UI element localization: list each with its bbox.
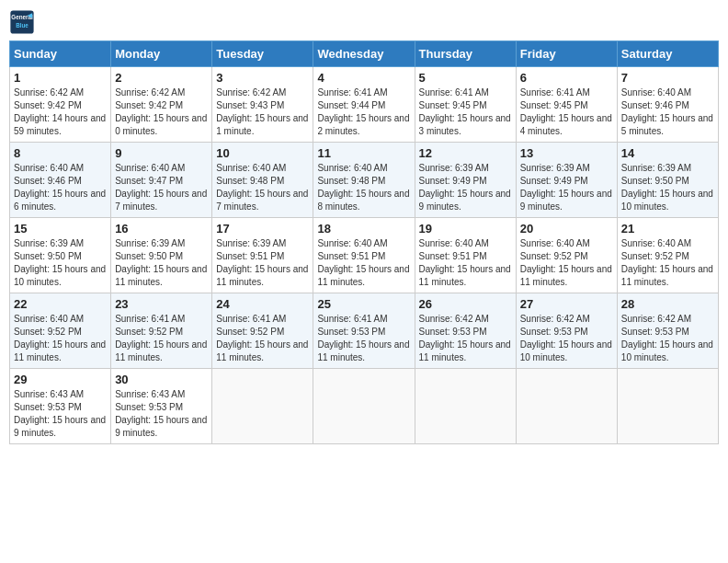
calendar-cell: 14 Sunrise: 6:39 AM Sunset: 9:50 PM Dayl…: [617, 143, 718, 218]
calendar-week-row: 8 Sunrise: 6:40 AM Sunset: 9:46 PM Dayli…: [10, 143, 719, 218]
calendar-cell: 21 Sunrise: 6:40 AM Sunset: 9:52 PM Dayl…: [617, 218, 718, 293]
cell-info: Sunrise: 6:39 AM Sunset: 9:49 PM Dayligh…: [419, 162, 512, 213]
calendar-cell: 7 Sunrise: 6:40 AM Sunset: 9:46 PM Dayli…: [617, 67, 718, 143]
calendar-cell: [212, 369, 313, 444]
calendar-cell: 13 Sunrise: 6:39 AM Sunset: 9:49 PM Dayl…: [516, 143, 617, 218]
cell-info: Sunrise: 6:40 AM Sunset: 9:52 PM Dayligh…: [621, 237, 714, 289]
calendar-cell: 27 Sunrise: 6:42 AM Sunset: 9:53 PM Dayl…: [516, 293, 617, 369]
logo: General Blue: [9, 9, 39, 35]
cell-info: Sunrise: 6:39 AM Sunset: 9:50 PM Dayligh…: [14, 237, 107, 289]
calendar-cell: 3 Sunrise: 6:42 AM Sunset: 9:43 PM Dayli…: [212, 67, 313, 143]
calendar-cell: 10 Sunrise: 6:40 AM Sunset: 9:48 PM Dayl…: [212, 143, 313, 218]
header: General Blue: [9, 9, 719, 35]
day-number: 15: [14, 222, 107, 236]
cell-info: Sunrise: 6:39 AM Sunset: 9:51 PM Dayligh…: [216, 237, 309, 289]
col-header-wednesday: Wednesday: [313, 41, 415, 67]
day-number: 28: [621, 297, 714, 311]
day-number: 27: [520, 297, 613, 311]
day-number: 8: [14, 146, 107, 160]
cell-info: Sunrise: 6:41 AM Sunset: 9:45 PM Dayligh…: [419, 86, 512, 138]
day-number: 25: [317, 297, 410, 311]
calendar-body: 1 Sunrise: 6:42 AM Sunset: 9:42 PM Dayli…: [10, 67, 719, 444]
calendar-table: SundayMondayTuesdayWednesdayThursdayFrid…: [9, 40, 719, 444]
day-number: 19: [419, 222, 512, 236]
calendar-header-row: SundayMondayTuesdayWednesdayThursdayFrid…: [10, 41, 719, 67]
day-number: 5: [419, 71, 512, 85]
cell-info: Sunrise: 6:42 AM Sunset: 9:43 PM Dayligh…: [216, 86, 309, 138]
cell-info: Sunrise: 6:43 AM Sunset: 9:53 PM Dayligh…: [14, 388, 107, 440]
calendar-week-row: 1 Sunrise: 6:42 AM Sunset: 9:42 PM Dayli…: [10, 67, 719, 143]
calendar-cell: 28 Sunrise: 6:42 AM Sunset: 9:53 PM Dayl…: [617, 293, 718, 369]
cell-info: Sunrise: 6:41 AM Sunset: 9:52 PM Dayligh…: [115, 313, 208, 364]
day-number: 23: [115, 297, 208, 311]
day-number: 7: [621, 71, 714, 85]
day-number: 24: [216, 297, 309, 311]
cell-info: Sunrise: 6:40 AM Sunset: 9:46 PM Dayligh…: [14, 162, 107, 213]
day-number: 29: [14, 373, 107, 386]
calendar-cell: [617, 369, 718, 444]
cell-info: Sunrise: 6:42 AM Sunset: 9:53 PM Dayligh…: [520, 313, 613, 364]
calendar-cell: 11 Sunrise: 6:40 AM Sunset: 9:48 PM Dayl…: [313, 143, 415, 218]
cell-info: Sunrise: 6:42 AM Sunset: 9:53 PM Dayligh…: [621, 313, 714, 364]
col-header-monday: Monday: [111, 41, 212, 67]
calendar-cell: 22 Sunrise: 6:40 AM Sunset: 9:52 PM Dayl…: [10, 293, 111, 369]
calendar-cell: 2 Sunrise: 6:42 AM Sunset: 9:42 PM Dayli…: [111, 67, 212, 143]
col-header-tuesday: Tuesday: [212, 41, 313, 67]
day-number: 12: [419, 146, 512, 160]
day-number: 30: [115, 373, 208, 386]
day-number: 13: [520, 146, 613, 160]
cell-info: Sunrise: 6:40 AM Sunset: 9:51 PM Dayligh…: [419, 237, 512, 289]
day-number: 18: [317, 222, 410, 236]
calendar-cell: 23 Sunrise: 6:41 AM Sunset: 9:52 PM Dayl…: [111, 293, 212, 369]
calendar-cell: 20 Sunrise: 6:40 AM Sunset: 9:52 PM Dayl…: [516, 218, 617, 293]
day-number: 10: [216, 146, 309, 160]
col-header-friday: Friday: [516, 41, 617, 67]
calendar-cell: 6 Sunrise: 6:41 AM Sunset: 9:45 PM Dayli…: [516, 67, 617, 143]
svg-text:Blue: Blue: [16, 22, 28, 29]
calendar-week-row: 22 Sunrise: 6:40 AM Sunset: 9:52 PM Dayl…: [10, 293, 719, 369]
day-number: 21: [621, 222, 714, 236]
cell-info: Sunrise: 6:43 AM Sunset: 9:53 PM Dayligh…: [115, 388, 208, 440]
col-header-thursday: Thursday: [415, 41, 516, 67]
day-number: 4: [317, 71, 410, 85]
cell-info: Sunrise: 6:40 AM Sunset: 9:46 PM Dayligh…: [621, 86, 714, 138]
day-number: 3: [216, 71, 309, 85]
calendar-cell: 15 Sunrise: 6:39 AM Sunset: 9:50 PM Dayl…: [10, 218, 111, 293]
cell-info: Sunrise: 6:41 AM Sunset: 9:44 PM Dayligh…: [317, 86, 410, 138]
calendar-cell: 5 Sunrise: 6:41 AM Sunset: 9:45 PM Dayli…: [415, 67, 516, 143]
calendar-cell: 26 Sunrise: 6:42 AM Sunset: 9:53 PM Dayl…: [415, 293, 516, 369]
calendar-cell: 18 Sunrise: 6:40 AM Sunset: 9:51 PM Dayl…: [313, 218, 415, 293]
cell-info: Sunrise: 6:40 AM Sunset: 9:51 PM Dayligh…: [317, 237, 410, 289]
day-number: 9: [115, 146, 208, 160]
col-header-saturday: Saturday: [617, 41, 718, 67]
cell-info: Sunrise: 6:40 AM Sunset: 9:52 PM Dayligh…: [14, 313, 107, 364]
day-number: 16: [115, 222, 208, 236]
calendar-week-row: 15 Sunrise: 6:39 AM Sunset: 9:50 PM Dayl…: [10, 218, 719, 293]
cell-info: Sunrise: 6:40 AM Sunset: 9:48 PM Dayligh…: [216, 162, 309, 213]
calendar-cell: 30 Sunrise: 6:43 AM Sunset: 9:53 PM Dayl…: [111, 369, 212, 444]
cell-info: Sunrise: 6:40 AM Sunset: 9:52 PM Dayligh…: [520, 237, 613, 289]
day-number: 2: [115, 71, 208, 85]
cell-info: Sunrise: 6:39 AM Sunset: 9:50 PM Dayligh…: [115, 237, 208, 289]
day-number: 22: [14, 297, 107, 311]
day-number: 20: [520, 222, 613, 236]
day-number: 6: [520, 71, 613, 85]
calendar-cell: 1 Sunrise: 6:42 AM Sunset: 9:42 PM Dayli…: [10, 67, 111, 143]
cell-info: Sunrise: 6:41 AM Sunset: 9:53 PM Dayligh…: [317, 313, 410, 364]
calendar-cell: 19 Sunrise: 6:40 AM Sunset: 9:51 PM Dayl…: [415, 218, 516, 293]
day-number: 17: [216, 222, 309, 236]
cell-info: Sunrise: 6:42 AM Sunset: 9:53 PM Dayligh…: [419, 313, 512, 364]
calendar-cell: [313, 369, 415, 444]
col-header-sunday: Sunday: [10, 41, 111, 67]
cell-info: Sunrise: 6:41 AM Sunset: 9:45 PM Dayligh…: [520, 86, 613, 138]
calendar-cell: [516, 369, 617, 444]
day-number: 1: [14, 71, 107, 85]
cell-info: Sunrise: 6:39 AM Sunset: 9:49 PM Dayligh…: [520, 162, 613, 213]
calendar-cell: 9 Sunrise: 6:40 AM Sunset: 9:47 PM Dayli…: [111, 143, 212, 218]
calendar-cell: 16 Sunrise: 6:39 AM Sunset: 9:50 PM Dayl…: [111, 218, 212, 293]
calendar-cell: 12 Sunrise: 6:39 AM Sunset: 9:49 PM Dayl…: [415, 143, 516, 218]
calendar-cell: 29 Sunrise: 6:43 AM Sunset: 9:53 PM Dayl…: [10, 369, 111, 444]
cell-info: Sunrise: 6:42 AM Sunset: 9:42 PM Dayligh…: [115, 86, 208, 138]
calendar-cell: 8 Sunrise: 6:40 AM Sunset: 9:46 PM Dayli…: [10, 143, 111, 218]
calendar-cell: 25 Sunrise: 6:41 AM Sunset: 9:53 PM Dayl…: [313, 293, 415, 369]
